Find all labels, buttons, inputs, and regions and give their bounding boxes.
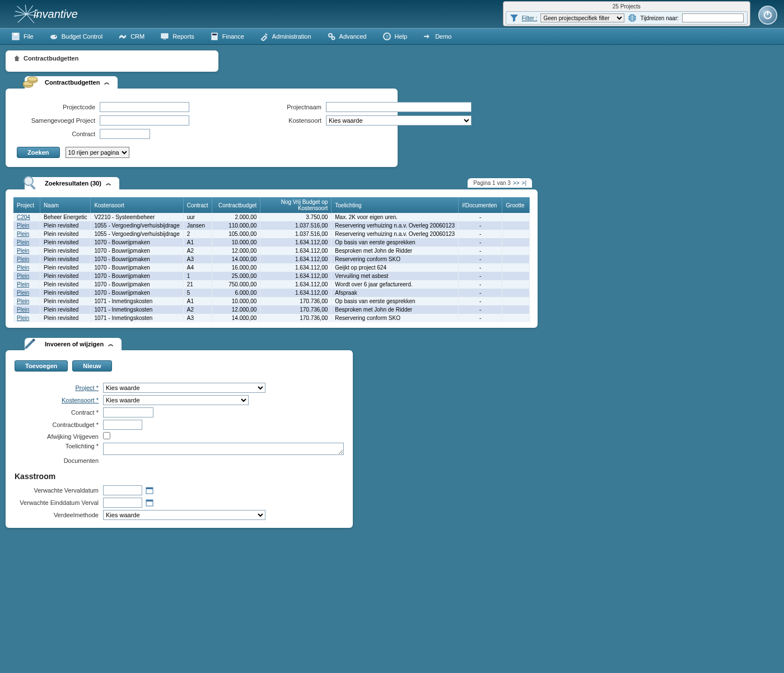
cell-toelichting: Besproken met John de Ridder — [332, 305, 459, 314]
input-projectcode[interactable] — [100, 102, 189, 112]
results-panel-tab[interactable]: Zoekresultaten (30) ︽ — [25, 177, 119, 189]
col-naam[interactable]: Naam — [40, 197, 91, 213]
project-link[interactable]: Plein — [17, 264, 29, 271]
project-link[interactable]: Plein — [17, 256, 29, 262]
col-documenten[interactable]: #Documenten — [459, 197, 502, 213]
page-label: Pagina 1 van 3 — [473, 180, 511, 186]
input-edit-contractbudget[interactable] — [103, 420, 142, 430]
table-row[interactable]: PleinPlein revisited1070 - Bouwrijpmaken… — [13, 280, 530, 289]
project-link[interactable]: Plein — [17, 315, 29, 321]
col-contractbudget[interactable]: Contractbudget — [212, 197, 260, 213]
col-vrij[interactable]: Nog Vrij Budget op Kostensoort — [260, 197, 332, 213]
cell-naam: Plein revisited — [40, 230, 91, 238]
cell-naam: Plein revisited — [40, 272, 91, 280]
calendar-icon[interactable] — [146, 486, 153, 494]
table-row[interactable]: C204Beheer EnergeticV2210 - Systeembehee… — [13, 213, 530, 221]
cell-documenten: - — [459, 314, 502, 322]
calendar-icon[interactable] — [146, 499, 153, 507]
textarea-toelichting[interactable] — [103, 443, 344, 455]
svg-rect-4 — [14, 33, 17, 35]
cell-vrij: 1.634.112,00 — [260, 272, 332, 280]
table-row[interactable]: PleinPlein revisited1070 - Bouwrijpmaken… — [13, 263, 530, 272]
label-edit-contractbudget: Contractbudget — [15, 421, 99, 428]
filter-label[interactable]: Filter : — [522, 15, 538, 21]
filter-panel-tab[interactable]: Contractbudgetten ︽ — [25, 76, 118, 89]
input-samengevoegd[interactable] — [100, 115, 189, 126]
home-icon[interactable] — [13, 55, 20, 62]
last-page[interactable]: >| — [522, 180, 526, 186]
cell-contractbudget: 105.000,00 — [212, 230, 260, 238]
col-kostensoort[interactable]: Kostensoort — [91, 197, 183, 213]
next-page[interactable]: >> — [513, 180, 520, 186]
select-kostensoort[interactable]: Kies waarde — [326, 115, 472, 126]
checkbox-afwijking[interactable] — [103, 432, 110, 439]
menu-help[interactable]: ?Help — [375, 28, 416, 45]
col-project[interactable]: Project — [13, 197, 40, 213]
project-link[interactable]: Plein — [17, 231, 29, 237]
edit-panel-tab[interactable]: Invoeren of wijzigen ︽ — [25, 338, 122, 350]
timetravel-input[interactable] — [682, 13, 744, 22]
chevron-up-icon: ︽ — [108, 340, 114, 348]
table-row[interactable]: PleinPlein revisited1071 - Inmetingskost… — [13, 305, 530, 314]
table-row[interactable]: PleinPlein revisited1070 - Bouwrijpmaken… — [13, 238, 530, 247]
menu-admin[interactable]: Administration — [252, 28, 319, 45]
project-link[interactable]: Plein — [17, 248, 29, 254]
input-edit-contract[interactable] — [103, 407, 153, 417]
project-link[interactable]: Plein — [17, 273, 29, 279]
menu-advanced[interactable]: Advanced — [319, 28, 375, 45]
project-link[interactable]: Plein — [17, 290, 29, 296]
table-row[interactable]: PleinPlein revisited1070 - Bouwrijpmaken… — [13, 272, 530, 280]
input-einddatum[interactable] — [103, 498, 142, 508]
menu-demo[interactable]: Demo — [415, 28, 459, 45]
project-link[interactable]: Plein — [17, 281, 29, 287]
coins-icon — [21, 73, 39, 91]
label-edit-kostensoort[interactable]: Kostensoort — [15, 397, 99, 403]
table-row[interactable]: PleinPlein revisited1071 - Inmetingskost… — [13, 297, 530, 305]
select-edit-project[interactable]: Kies waarde — [103, 383, 265, 393]
svg-point-17 — [27, 77, 38, 81]
table-row[interactable]: PleinPlein revisited1055 - Vergoeding/ve… — [13, 230, 530, 238]
new-button[interactable]: Nieuw — [72, 360, 111, 372]
svg-rect-2 — [767, 11, 768, 15]
filter-select[interactable]: Geen projectspecifiek filter — [540, 13, 624, 22]
cell-vrij: 1.634.112,00 — [260, 263, 332, 272]
menu-budget[interactable]: Budget Control — [41, 28, 110, 45]
menu-reports[interactable]: Reports — [152, 28, 202, 45]
select-verdeel[interactable]: Kies waarde — [103, 510, 265, 520]
cell-project: Plein — [13, 272, 40, 280]
cell-kostensoort: 1070 - Bouwrijpmaken — [91, 238, 183, 247]
table-row[interactable]: PleinPlein revisited1071 - Inmetingskost… — [13, 314, 530, 322]
rows-per-page-select[interactable]: 10 rijen per pagina — [66, 147, 129, 158]
cell-toelichting: Op basis van eerste gesprekken — [332, 238, 459, 247]
project-link[interactable]: Plein — [17, 298, 29, 304]
label-edit-documenten: Documenten — [15, 457, 99, 464]
menu-finance[interactable]: Finance — [202, 28, 252, 45]
menu-file[interactable]: File — [3, 28, 41, 45]
search-button[interactable]: Zoeken — [17, 147, 60, 158]
results-panel: Zoekresultaten (30) ︽ Pagina 1 van 3 >> … — [6, 189, 538, 328]
breadcrumb: Contractbudgetten — [6, 50, 218, 72]
cell-kostensoort: 1070 - Bouwrijpmaken — [91, 247, 183, 255]
select-edit-kostensoort[interactable]: Kies waarde — [103, 395, 249, 405]
input-projectnaam[interactable] — [326, 102, 472, 112]
col-grootte[interactable]: Grootte — [502, 197, 530, 213]
project-link[interactable]: Plein — [17, 239, 29, 245]
power-button[interactable] — [758, 6, 777, 25]
table-row[interactable]: PleinPlein revisited1070 - Bouwrijpmaken… — [13, 247, 530, 255]
table-row[interactable]: PleinPlein revisited1070 - Bouwrijpmaken… — [13, 289, 530, 297]
project-link[interactable]: C204 — [17, 214, 30, 220]
table-row[interactable]: PleinPlein revisited1070 - Bouwrijpmaken… — [13, 255, 530, 263]
col-toelichting[interactable]: Toelichting — [332, 197, 459, 213]
cell-contract: A2 — [183, 305, 212, 314]
menu-crm[interactable]: CRM — [110, 28, 152, 45]
input-vervaldatum[interactable] — [103, 485, 142, 495]
label-edit-project[interactable]: Project — [15, 384, 99, 391]
project-link[interactable]: Plein — [17, 307, 29, 313]
cell-grootte — [502, 297, 530, 305]
svg-point-6 — [55, 36, 56, 37]
table-row[interactable]: PleinPlein revisited1055 - Vergoeding/ve… — [13, 221, 530, 230]
add-button[interactable]: Toevoegen — [15, 360, 68, 372]
input-contract[interactable] — [100, 129, 150, 139]
col-contract[interactable]: Contract — [183, 197, 212, 213]
project-link[interactable]: Plein — [17, 222, 29, 229]
